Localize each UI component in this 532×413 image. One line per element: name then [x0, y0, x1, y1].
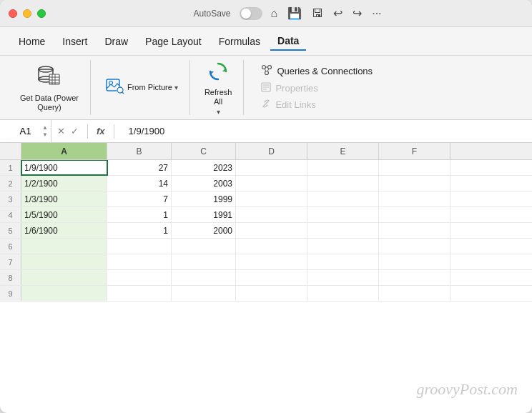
cell-f9[interactable]: [379, 286, 450, 301]
close-button[interactable]: [9, 9, 17, 18]
cell-f1[interactable]: [379, 160, 450, 175]
cell-a8[interactable]: [21, 270, 107, 285]
cell-c2[interactable]: 2003: [172, 176, 236, 191]
cell-b6[interactable]: [107, 239, 172, 254]
cell-d3[interactable]: [236, 191, 307, 206]
from-picture-button[interactable]: From Picture ▾: [101, 74, 182, 102]
cell-e8[interactable]: [307, 270, 379, 285]
cell-a1[interactable]: 1/9/1900: [21, 160, 107, 175]
cell-b3[interactable]: 7: [107, 191, 172, 206]
edit-links-label: Edit Links: [275, 99, 315, 110]
cell-e3[interactable]: [307, 191, 379, 206]
minimize-button[interactable]: [23, 9, 31, 18]
cancel-formula-icon[interactable]: ✕: [57, 126, 65, 136]
from-picture-icon: [105, 76, 125, 99]
cell-reference[interactable]: A1 ▲ ▼: [0, 120, 51, 142]
cell-d9[interactable]: [236, 286, 307, 301]
cell-a6[interactable]: [21, 239, 107, 254]
cell-b9[interactable]: [107, 286, 172, 301]
cell-e5[interactable]: [307, 223, 379, 238]
cell-d8[interactable]: [236, 270, 307, 285]
col-header-f[interactable]: F: [379, 143, 450, 159]
redo-icon[interactable]: ↪: [353, 6, 362, 20]
cell-e7[interactable]: [307, 254, 379, 269]
menu-home[interactable]: Home: [11, 33, 52, 50]
cell-c3[interactable]: 1999: [172, 191, 236, 206]
queries-connections-button[interactable]: Queries & Connections: [258, 63, 375, 79]
cell-c7[interactable]: [172, 254, 236, 269]
svg-marker-14: [222, 68, 226, 71]
menu-insert[interactable]: Insert: [55, 33, 94, 50]
home-icon[interactable]: ⌂: [271, 7, 278, 20]
cell-e9[interactable]: [307, 286, 379, 301]
cell-a7[interactable]: [21, 254, 107, 269]
cell-f7[interactable]: [379, 254, 450, 269]
cell-f5[interactable]: [379, 223, 450, 238]
cell-a4[interactable]: 1/5/1900: [21, 207, 107, 222]
cell-c1[interactable]: 2023: [172, 160, 236, 175]
col-header-c[interactable]: C: [172, 143, 236, 159]
spreadsheet: A B C D E F 1 1/9/1900 27 2023: [0, 143, 532, 302]
row-header-8: 8: [0, 270, 21, 285]
cell-c9[interactable]: [172, 286, 236, 301]
column-headers: A B C D E F: [0, 143, 532, 160]
cell-d1[interactable]: [236, 160, 307, 175]
formula-input[interactable]: 1/9/1900: [123, 126, 532, 136]
col-header-d[interactable]: D: [236, 143, 307, 159]
cell-e4[interactable]: [307, 207, 379, 222]
cell-b8[interactable]: [107, 270, 172, 285]
cell-b4[interactable]: 1: [107, 207, 172, 222]
get-data-button[interactable]: Get Data (PowerQuery): [16, 60, 83, 115]
refresh-all-button[interactable]: RefreshAll ▾: [200, 56, 237, 119]
menu-data[interactable]: Data: [270, 32, 306, 51]
cell-f2[interactable]: [379, 176, 450, 191]
cell-b2[interactable]: 14: [107, 176, 172, 191]
svg-line-26: [265, 102, 267, 105]
row-header-1: 1: [0, 160, 21, 175]
edit-links-button[interactable]: Edit Links: [258, 97, 375, 112]
save-alt-icon[interactable]: 🖫: [312, 7, 323, 20]
autosave-toggle[interactable]: [240, 7, 262, 20]
cell-f6[interactable]: [379, 239, 450, 254]
cell-e2[interactable]: [307, 176, 379, 191]
cell-a2[interactable]: 1/2/1900: [21, 176, 107, 191]
cell-b1[interactable]: 27: [107, 160, 172, 175]
from-picture-group: From Picture ▾: [94, 60, 190, 115]
cell-e1[interactable]: [307, 160, 379, 175]
cell-c5[interactable]: 2000: [172, 223, 236, 238]
excel-window: AutoSave ⌂ 💾 🖫 ↩ ↪ ··· Home Insert: [0, 0, 532, 413]
col-header-e[interactable]: E: [307, 143, 379, 159]
refresh-all-chevron[interactable]: ▾: [217, 108, 220, 116]
cell-d6[interactable]: [236, 239, 307, 254]
cell-b5[interactable]: 1: [107, 223, 172, 238]
menu-page-layout[interactable]: Page Layout: [138, 33, 209, 50]
undo-icon[interactable]: ↩: [333, 6, 343, 20]
cell-c6[interactable]: [172, 239, 236, 254]
menu-bar: Home Insert Draw Page Layout Formulas Da…: [0, 27, 532, 56]
confirm-formula-icon[interactable]: ✓: [71, 126, 79, 136]
cell-f3[interactable]: [379, 191, 450, 206]
col-header-b[interactable]: B: [107, 143, 172, 159]
cell-e6[interactable]: [307, 239, 379, 254]
save-icon[interactable]: 💾: [287, 6, 302, 20]
cell-f8[interactable]: [379, 270, 450, 285]
cell-d4[interactable]: [236, 207, 307, 222]
col-header-a[interactable]: A: [21, 143, 107, 159]
cell-b7[interactable]: [107, 254, 172, 269]
maximize-button[interactable]: [37, 9, 46, 18]
menu-formulas[interactable]: Formulas: [212, 33, 267, 50]
cell-a9[interactable]: [21, 286, 107, 301]
cell-c8[interactable]: [172, 270, 236, 285]
cell-f4[interactable]: [379, 207, 450, 222]
cell-a5[interactable]: 1/6/1900: [21, 223, 107, 238]
more-icon[interactable]: ···: [372, 7, 381, 20]
table-row: 3 1/3/1900 7 1999: [0, 191, 532, 207]
menu-draw[interactable]: Draw: [97, 33, 135, 50]
properties-button[interactable]: Properties: [258, 81, 375, 96]
cell-d7[interactable]: [236, 254, 307, 269]
cell-a3[interactable]: 1/3/1900: [21, 191, 107, 206]
cell-c4[interactable]: 1991: [172, 207, 236, 222]
cell-d5[interactable]: [236, 223, 307, 238]
formula-fx-icon[interactable]: fx: [97, 126, 105, 136]
cell-d2[interactable]: [236, 176, 307, 191]
